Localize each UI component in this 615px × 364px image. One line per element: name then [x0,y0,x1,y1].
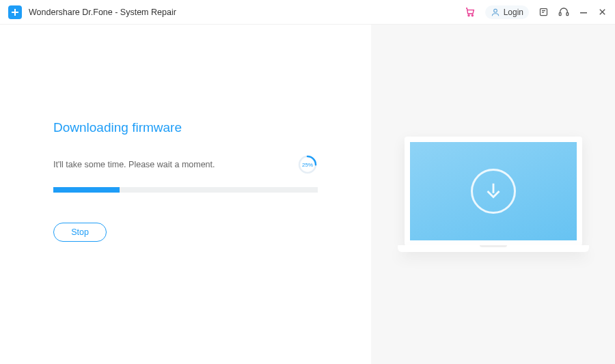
right-panel [371,25,615,364]
progress-fill [53,187,120,193]
svg-rect-1 [12,12,18,13]
stop-button-label: Stop [71,227,89,237]
login-button[interactable]: Login [485,5,529,19]
support-icon[interactable] [558,7,569,18]
laptop-illustration [398,137,589,252]
cart-icon[interactable] [465,7,476,18]
minimize-button[interactable] [579,8,588,17]
laptop-screen [405,137,582,246]
app-title: Wondershare Dr.Fone - System Repair [29,8,465,17]
close-button[interactable] [598,8,607,16]
left-panel: Downloading firmware It'll take some tim… [0,25,371,364]
titlebar-actions: Login [465,5,607,19]
svg-rect-6 [559,12,561,15]
svg-point-3 [472,14,473,16]
download-arrow-icon [471,169,516,214]
user-icon [491,8,500,17]
app-window: Wondershare Dr.Fone - System Repair Logi… [0,0,615,364]
login-label: Login [504,8,523,17]
progress-percent-label: 25% [302,162,313,168]
page-heading: Downloading firmware [53,120,318,135]
svg-point-4 [493,9,497,12]
svg-rect-8 [580,12,587,14]
feedback-icon[interactable] [538,7,549,17]
status-row: It'll take some time. Please wait a mome… [53,154,318,175]
stop-button[interactable]: Stop [53,223,107,242]
app-logo-icon [8,5,22,19]
content-area: Downloading firmware It'll take some tim… [0,25,615,364]
svg-point-2 [468,14,469,16]
progress-ring: 25% [297,154,318,175]
status-text: It'll take some time. Please wait a mome… [53,160,215,169]
titlebar: Wondershare Dr.Fone - System Repair Logi… [0,0,615,25]
laptop-base [398,245,589,252]
svg-rect-7 [566,12,569,15]
progress-bar [53,187,318,193]
